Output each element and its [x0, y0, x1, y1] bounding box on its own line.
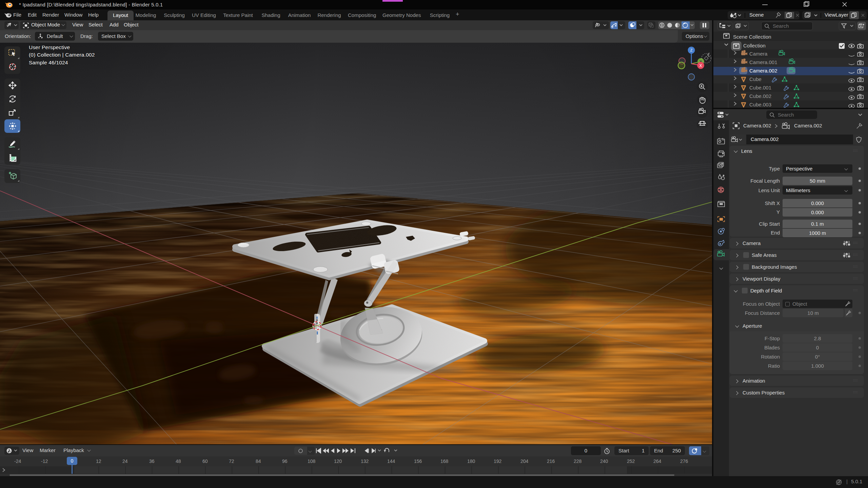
svg-text:Cube.002: Cube.002	[749, 93, 771, 99]
svg-text:Camera.001: Camera.001	[749, 59, 777, 65]
svg-text:Cube.001: Cube.001	[749, 85, 771, 90]
svg-text:Scene Collection: Scene Collection	[733, 34, 771, 40]
svg-text:Cube: Cube	[749, 76, 762, 82]
svg-text:Camera.002: Camera.002	[749, 68, 777, 74]
svg-text:Camera: Camera	[749, 51, 768, 57]
svg-text:Collection: Collection	[743, 43, 766, 48]
svg-text:Cube.003: Cube.003	[749, 102, 771, 107]
svg-text:X: X	[699, 63, 702, 68]
svg-text:Z: Z	[690, 48, 693, 52]
